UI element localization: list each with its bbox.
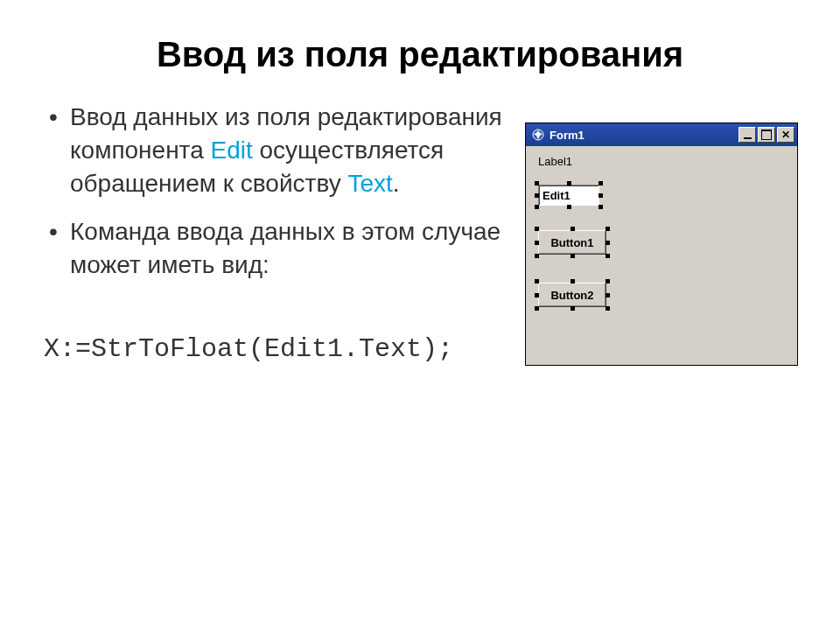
- button1[interactable]: Button1: [538, 230, 606, 255]
- button2[interactable]: Button2: [538, 283, 606, 307]
- edit-value: Edit1: [542, 189, 570, 202]
- maximize-button[interactable]: [758, 127, 775, 143]
- text-span: .: [393, 170, 400, 197]
- edit-input[interactable]: Edit1: [538, 185, 599, 206]
- label-control: Label1: [538, 155, 785, 168]
- button1-wrapper: Button1: [538, 230, 606, 255]
- page-title: Ввод из поля редактирования: [44, 35, 796, 74]
- form-client-area: Label1 Edit1 Button1: [526, 146, 797, 365]
- slide: Ввод из поля редактирования Ввод данных …: [0, 0, 840, 630]
- left-column: Ввод данных из поля редактирования компо…: [44, 101, 534, 364]
- bullet-list: Ввод данных из поля редактирования компо…: [44, 101, 534, 282]
- keyword-text: Text: [347, 170, 392, 197]
- window-controls: ✕: [738, 127, 794, 143]
- close-button[interactable]: ✕: [777, 127, 794, 143]
- bullet-item: Ввод данных из поля редактирования компо…: [44, 101, 534, 200]
- edit-wrapper: Edit1: [538, 185, 599, 206]
- code-line: X:=StrToFloat(Edit1.Text);: [44, 334, 534, 364]
- bullet-item: Команда ввода данных в этом случае может…: [44, 215, 534, 282]
- minimize-button[interactable]: [738, 127, 756, 143]
- button2-label: Button2: [550, 289, 593, 302]
- window-title: Form1: [550, 129, 738, 142]
- button2-wrapper: Button2: [538, 283, 606, 307]
- app-icon: [531, 128, 545, 142]
- form-window: Form1 ✕ Label1 Edit1: [525, 122, 798, 366]
- titlebar: Form1 ✕: [526, 123, 797, 146]
- button1-label: Button1: [550, 236, 593, 249]
- keyword-edit: Edit: [210, 136, 252, 164]
